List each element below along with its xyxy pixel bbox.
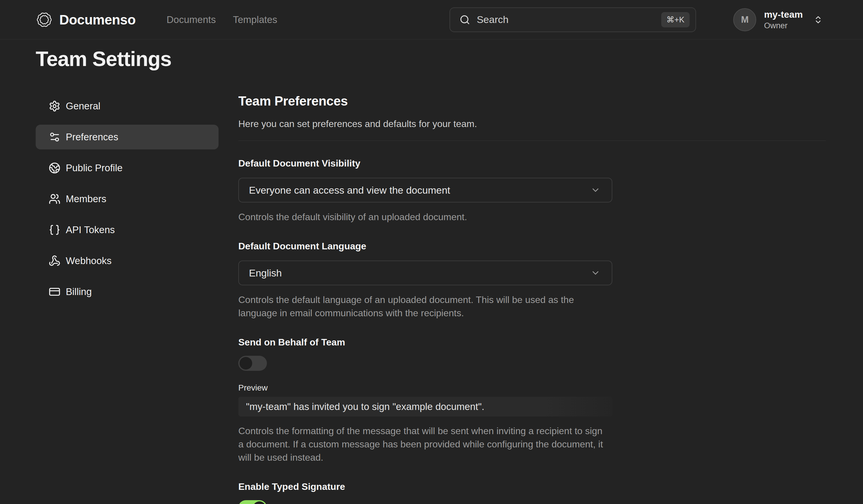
visibility-select[interactable]: Everyone can access and view the documen… bbox=[238, 178, 612, 203]
sliders-icon bbox=[49, 131, 61, 143]
field-help: Controls the default visibility of an up… bbox=[238, 210, 610, 224]
preferences-panel: Team Preferences Here you can set prefer… bbox=[238, 94, 826, 504]
section-description: Here you can set preferences and default… bbox=[238, 118, 826, 129]
team-meta: my-team Owner bbox=[764, 9, 803, 30]
webhook-icon bbox=[49, 255, 61, 267]
sidebar-item-label: Members bbox=[66, 193, 107, 205]
search-shortcut-badge: ⌘+K bbox=[661, 12, 690, 27]
documenso-logo-icon bbox=[36, 11, 53, 28]
documenso-brand[interactable]: Documenso bbox=[36, 11, 136, 28]
search-bar[interactable]: ⌘+K bbox=[450, 8, 696, 32]
field-enable-typed-signature: Enable Typed Signature bbox=[238, 481, 826, 504]
sidebar-item-label: Webhooks bbox=[66, 255, 112, 267]
sidebar-item-label: General bbox=[66, 101, 100, 112]
field-label: Default Document Visibility bbox=[238, 158, 826, 169]
top-navigation: Documenso Documents Templates ⌘+K M my-t… bbox=[0, 0, 863, 39]
field-label: Send on Behalf of Team bbox=[238, 337, 826, 348]
field-default-document-language: Default Document Language English Contro… bbox=[238, 241, 826, 320]
gear-icon bbox=[49, 100, 61, 112]
chevron-down-icon bbox=[590, 268, 600, 278]
sidebar-item-label: Billing bbox=[66, 286, 92, 297]
brand-name: Documenso bbox=[59, 12, 136, 28]
search-input[interactable] bbox=[477, 14, 661, 25]
field-help: Controls the formatting of the message t… bbox=[238, 424, 610, 464]
sidebar-item-label: Public Profile bbox=[66, 163, 123, 173]
chevron-down-icon bbox=[590, 185, 600, 195]
primary-nav: Documents Templates bbox=[167, 14, 277, 25]
team-role: Owner bbox=[764, 21, 803, 30]
content: General Preferences Public Profile Membe… bbox=[36, 94, 863, 504]
globe-icon bbox=[49, 162, 61, 174]
section-divider bbox=[238, 141, 826, 141]
credit-card-icon bbox=[49, 286, 61, 298]
sidebar-item-label: API Tokens bbox=[66, 224, 115, 235]
braces-icon bbox=[49, 224, 61, 236]
typed-signature-toggle[interactable] bbox=[238, 500, 267, 504]
language-select[interactable]: English bbox=[238, 260, 612, 285]
team-name: my-team bbox=[764, 9, 803, 20]
preview-label: Preview bbox=[238, 383, 826, 392]
nav-link-templates[interactable]: Templates bbox=[233, 14, 277, 25]
sidebar-item-preferences[interactable]: Preferences bbox=[36, 125, 218, 150]
search-icon bbox=[460, 14, 470, 25]
page-title: Team Settings bbox=[36, 47, 863, 71]
field-label: Default Document Language bbox=[238, 241, 826, 252]
sidebar-item-public-profile[interactable]: Public Profile bbox=[36, 156, 218, 180]
avatar: M bbox=[733, 8, 756, 31]
field-label: Enable Typed Signature bbox=[238, 481, 826, 492]
sidebar-item-billing[interactable]: Billing bbox=[36, 280, 218, 304]
sidebar-item-webhooks[interactable]: Webhooks bbox=[36, 248, 218, 273]
field-default-document-visibility: Default Document Visibility Everyone can… bbox=[238, 158, 826, 224]
sidebar-item-label: Preferences bbox=[66, 131, 118, 143]
preview-box: "my-team" has invited you to sign "examp… bbox=[238, 397, 612, 416]
sidebar-item-general[interactable]: General bbox=[36, 94, 218, 118]
send-on-behalf-toggle[interactable] bbox=[238, 356, 267, 371]
sidebar-item-members[interactable]: Members bbox=[36, 186, 218, 211]
users-icon bbox=[49, 193, 61, 205]
nav-link-documents[interactable]: Documents bbox=[167, 14, 216, 25]
chevrons-up-down-icon bbox=[813, 15, 823, 24]
section-heading: Team Preferences bbox=[238, 94, 826, 108]
field-help: Controls the default language of an uplo… bbox=[238, 293, 610, 320]
preview-text: "my-team" has invited you to sign "examp… bbox=[246, 401, 484, 412]
settings-sidebar: General Preferences Public Profile Membe… bbox=[36, 94, 218, 504]
team-switcher[interactable]: M my-team Owner bbox=[733, 8, 823, 31]
visibility-select-value: Everyone can access and view the documen… bbox=[249, 184, 590, 196]
language-select-value: English bbox=[249, 267, 590, 279]
sidebar-item-api-tokens[interactable]: API Tokens bbox=[36, 218, 218, 242]
field-send-on-behalf: Send on Behalf of Team Preview "my-team"… bbox=[238, 337, 826, 464]
